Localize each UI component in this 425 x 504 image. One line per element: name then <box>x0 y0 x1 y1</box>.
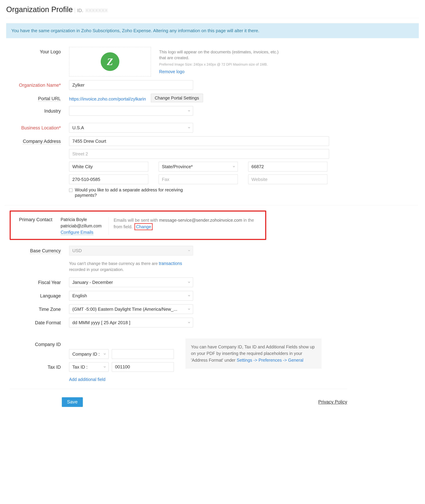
primary-contact-name: Patricia Boyle <box>61 217 106 222</box>
business-location-select[interactable]: U.S.A <box>69 123 193 132</box>
change-sender-link[interactable]: Change <box>134 223 153 230</box>
logo-size-hint: Preferred Image Size: 240px x 240px @ 72… <box>159 62 281 66</box>
separate-address-label: Would you like to add a separate address… <box>75 187 193 198</box>
logo-preview: Z <box>101 52 119 71</box>
time-zone-label: Time Zone <box>10 304 69 312</box>
date-format-select[interactable]: dd MMM yyyy [ 25 Apr 2018 ] <box>69 318 193 327</box>
company-id-input[interactable] <box>112 349 174 359</box>
logo-description: This logo will appear on the documents (… <box>159 49 281 61</box>
primary-contact-box: Primary Contact Patricia Boyle patriciab… <box>10 210 266 240</box>
street2-input[interactable] <box>69 149 329 159</box>
primary-contact-message: Emails will be sent with message-service… <box>109 217 262 230</box>
zip-input[interactable] <box>248 162 327 171</box>
industry-select[interactable] <box>69 106 193 116</box>
tax-id-input[interactable] <box>112 362 174 372</box>
org-name-label: Organization Name* <box>10 80 69 88</box>
page-header: Organization Profile ID. XXXXXXX <box>6 5 419 18</box>
org-id-label: ID. <box>75 8 83 13</box>
language-label: Language <box>10 291 69 299</box>
separate-address-checkbox[interactable] <box>69 188 73 192</box>
remove-logo-link[interactable]: Remove logo <box>159 69 184 74</box>
logo-label: Your Logo <box>10 47 69 55</box>
portal-url-value: https://invoice.zoho.com/portal/zylkarin <box>69 94 146 102</box>
city-input[interactable] <box>69 162 148 171</box>
cross-app-notice: You have the same organization in Zoho S… <box>6 23 419 38</box>
org-id-value: XXXXXXX <box>85 8 108 13</box>
separate-address-checkbox-row[interactable]: Would you like to add a separate address… <box>69 187 193 198</box>
base-currency-select: USD <box>69 246 193 255</box>
settings-preferences-link[interactable]: Settings -> Preferences -> General <box>237 358 303 362</box>
website-input[interactable] <box>248 175 327 184</box>
section-divider <box>5 205 418 205</box>
save-button[interactable]: Save <box>62 397 83 407</box>
language-select[interactable]: English <box>69 291 193 301</box>
logo-row: Your Logo Z This logo will appear on the… <box>10 47 347 76</box>
street1-input[interactable] <box>69 136 329 146</box>
company-id-type-select[interactable]: Company ID : <box>69 349 109 359</box>
company-id-label: Company ID <box>10 340 69 347</box>
tax-id-type-select[interactable]: Tax ID : <box>69 362 109 372</box>
phone-input[interactable] <box>69 175 148 184</box>
privacy-policy-link[interactable]: Privacy Policy <box>318 399 347 405</box>
primary-contact-email: patriciab@zillum.com <box>61 223 106 229</box>
base-currency-label: Base Currency <box>10 246 69 254</box>
org-name-input[interactable] <box>69 80 193 90</box>
change-portal-button[interactable]: Change Portal Settings <box>151 94 203 102</box>
date-format-label: Date Format <box>10 318 69 326</box>
primary-contact-label: Primary Contact <box>14 217 61 223</box>
company-address-label: Company Address <box>10 136 69 144</box>
industry-label: Industry <box>10 106 69 114</box>
logo-upload-area[interactable]: Z <box>69 47 151 76</box>
fiscal-year-label: Fiscal Year <box>10 277 69 285</box>
tax-id-label: Tax ID <box>10 362 69 370</box>
portal-url-label: Portal URL <box>10 94 69 101</box>
configure-emails-link[interactable]: Configure Emails <box>61 230 93 235</box>
add-additional-field-link[interactable]: Add additional field <box>69 377 105 382</box>
fax-input[interactable] <box>159 175 238 184</box>
base-currency-note: You can't change the base currency as th… <box>69 260 193 273</box>
business-location-label: Business Location* <box>10 123 69 131</box>
page-title: Organization Profile <box>6 5 73 14</box>
time-zone-select[interactable]: (GMT -5:00) Eastern Daylight Time (Ameri… <box>69 304 193 314</box>
transactions-link[interactable]: transactions <box>159 261 182 266</box>
fiscal-year-select[interactable]: January - December <box>69 277 193 287</box>
state-select[interactable]: State/Province* <box>159 162 238 171</box>
